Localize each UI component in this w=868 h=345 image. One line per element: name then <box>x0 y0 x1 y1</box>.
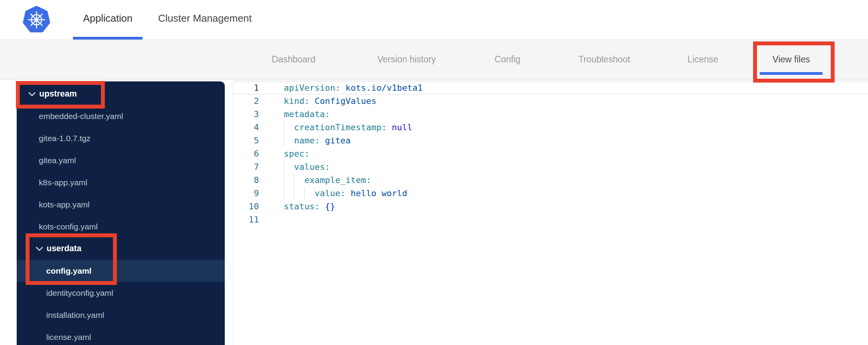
token-kw: null <box>392 121 412 134</box>
code-line-7[interactable]: 7values: <box>233 160 868 174</box>
folder-label: userdata <box>47 244 82 254</box>
folder-userdata[interactable]: userdata <box>17 238 225 260</box>
token-plain <box>320 200 325 213</box>
line-number: 4 <box>233 121 259 134</box>
file-label: k8s-app.yaml <box>39 178 87 187</box>
code-text: metadata: <box>259 108 330 121</box>
indent-guide <box>284 134 294 147</box>
main-content: upstreamembedded-cluster.yamlgitea-1.0.7… <box>0 79 868 345</box>
code-line-6[interactable]: 6spec: <box>233 147 868 160</box>
code-line-9[interactable]: 9value: hello world <box>233 187 868 200</box>
file-label: gitea-1.0.7.tgz <box>39 134 90 143</box>
file-k8s-app-yaml[interactable]: k8s-app.yaml <box>17 171 225 193</box>
line-number: 8 <box>233 174 259 187</box>
code-line-2[interactable]: 2kind: ConfigValues <box>233 95 868 108</box>
indent-guide <box>284 121 294 134</box>
top-tab-cluster-management[interactable]: Cluster Management <box>148 0 262 40</box>
code-text: status: {} <box>259 200 335 213</box>
token-val: ConfigValues <box>314 95 376 108</box>
code-text: creationTimestamp: null <box>259 121 412 134</box>
token-key: values: <box>294 160 330 174</box>
subnav-tab-license[interactable]: License <box>687 40 718 79</box>
token-val: kots.io/v1beta1 <box>345 82 423 94</box>
top-tab-application[interactable]: Application <box>73 0 142 40</box>
kubernetes-logo <box>23 0 50 40</box>
token-plain <box>387 121 392 134</box>
code-text <box>259 213 284 226</box>
folder-upstream[interactable]: upstream <box>17 83 225 105</box>
line-number: 10 <box>233 200 259 213</box>
token-key: kind: <box>284 95 309 108</box>
file-label: identityconfig.yaml <box>46 288 113 298</box>
code-text: spec: <box>259 147 309 160</box>
code-text: name: gitea <box>259 134 351 147</box>
code-line-1[interactable]: 1apiVersion: kots.io/v1beta1 <box>233 81 868 95</box>
code-text: example_item: <box>259 174 371 187</box>
code-line-11[interactable]: 11 <box>233 213 868 226</box>
file-embedded-cluster-yaml[interactable]: embedded-cluster.yaml <box>17 105 225 127</box>
indent-guide <box>294 174 304 187</box>
token-key: metadata: <box>284 108 330 121</box>
line-number: 1 <box>233 82 259 94</box>
file-license-yaml[interactable]: license.yaml <box>17 326 225 345</box>
code-line-5[interactable]: 5name: gitea <box>233 134 868 147</box>
token-val: hello world <box>351 187 407 200</box>
file-label: kots-config.yaml <box>39 222 98 231</box>
token-plain <box>309 95 314 108</box>
line-number: 5 <box>233 134 259 147</box>
token-plain <box>340 82 345 94</box>
token-val: gitea <box>325 134 351 147</box>
subnav-tab-dashboard[interactable]: Dashboard <box>272 40 316 79</box>
token-bracket: {} <box>325 200 335 213</box>
code-text: kind: ConfigValues <box>259 95 376 108</box>
code-line-8[interactable]: 8example_item: <box>233 174 868 187</box>
token-key: spec: <box>284 147 309 160</box>
file-kots-config-yaml[interactable]: kots-config.yaml <box>17 216 225 238</box>
file-label: license.yaml <box>46 333 91 342</box>
code-text: apiVersion: kots.io/v1beta1 <box>259 82 423 94</box>
chevron-down-icon[interactable] <box>28 92 36 97</box>
indent-guide <box>284 160 294 174</box>
subnav-tab-troubleshoot[interactable]: Troubleshoot <box>578 40 630 79</box>
file-installation-yaml[interactable]: installation.yaml <box>17 304 225 326</box>
file-kots-app-yaml[interactable]: kots-app.yaml <box>17 193 225 216</box>
file-gitea-1-0-7-tgz[interactable]: gitea-1.0.7.tgz <box>17 127 225 149</box>
file-gitea-yaml[interactable]: gitea.yaml <box>17 149 225 171</box>
subnav-tab-config[interactable]: Config <box>495 40 520 79</box>
folder-label: upstream <box>39 89 77 99</box>
indent-guide <box>304 187 314 200</box>
file-tree: upstreamembedded-cluster.yamlgitea-1.0.7… <box>17 81 225 345</box>
subnav-tab-view-files[interactable]: View files <box>773 40 810 79</box>
file-identityconfig-yaml[interactable]: identityconfig.yaml <box>17 282 225 304</box>
code-editor[interactable]: 1apiVersion: kots.io/v1beta12kind: Confi… <box>233 80 868 345</box>
file-label: installation.yaml <box>46 310 104 320</box>
application-subnav: DashboardVersion historyConfigTroublesho… <box>0 40 868 79</box>
token-plain <box>345 187 351 200</box>
chevron-down-icon[interactable] <box>36 247 43 251</box>
line-number: 9 <box>233 187 259 200</box>
code-text: values: <box>259 160 330 174</box>
subnav-tab-version-history[interactable]: Version history <box>377 40 436 79</box>
file-label: config.yaml <box>46 266 92 276</box>
code-line-10[interactable]: 10status: {} <box>233 200 868 213</box>
code-line-4[interactable]: 4creationTimestamp: null <box>233 121 868 134</box>
file-config-yaml[interactable]: config.yaml <box>17 260 225 282</box>
line-number: 7 <box>233 160 259 174</box>
token-key: name: <box>294 134 319 147</box>
line-number: 6 <box>233 147 259 160</box>
file-label: embedded-cluster.yaml <box>39 112 123 121</box>
line-number: 11 <box>233 213 259 226</box>
file-label: gitea.yaml <box>39 156 76 165</box>
code-line-3[interactable]: 3metadata: <box>233 108 868 121</box>
token-key: apiVersion: <box>284 82 340 94</box>
indent-guide <box>284 187 294 200</box>
token-key: creationTimestamp: <box>294 121 386 134</box>
token-key: example_item: <box>304 174 371 187</box>
app-tab-bar: ApplicationCluster Management <box>73 0 267 40</box>
code-text: value: hello world <box>259 187 407 200</box>
indent-guide <box>294 187 304 200</box>
token-key: status: <box>284 200 320 213</box>
indent-guide <box>284 174 294 187</box>
line-number: 3 <box>233 108 259 121</box>
top-navigation: ApplicationCluster Management <box>0 0 868 40</box>
